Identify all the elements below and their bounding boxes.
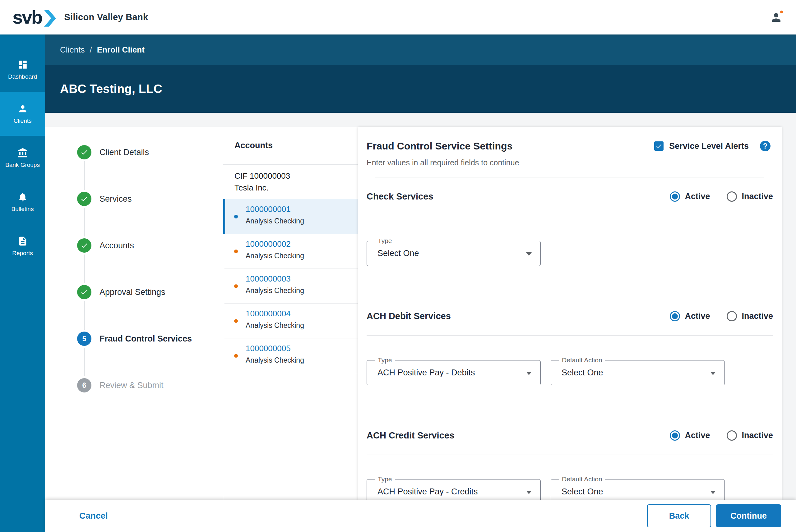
check-icon	[655, 142, 662, 150]
account-number-link[interactable]: 1000000004	[246, 309, 358, 319]
help-icon[interactable]: ?	[760, 141, 771, 151]
dashboard-icon	[17, 59, 28, 70]
cif-block: CIF 100000003 Tesla Inc.	[223, 165, 358, 199]
continue-button[interactable]: Continue	[716, 504, 781, 527]
ach-credit-active-radio[interactable]	[670, 431, 680, 441]
account-type: Analysis Checking	[246, 252, 358, 260]
step-fraud-control-services[interactable]: 5 Fraud Control Services	[45, 331, 223, 346]
ach-credit-inactive-radio[interactable]	[727, 431, 737, 441]
ach-debit-default-action-select[interactable]: Default Action Select One	[551, 360, 725, 385]
sidebar-item-reports[interactable]: Reports	[0, 224, 45, 268]
notification-dot	[779, 10, 783, 14]
check-services-type-select[interactable]: Type Select One	[367, 241, 541, 266]
action-bar: Cancel Back Continue	[45, 500, 796, 532]
step-services[interactable]: Services	[45, 192, 223, 206]
sidebar: Dashboard Clients Bank Groups Bulletins …	[0, 35, 45, 532]
ach-debit-active-radio[interactable]	[670, 311, 680, 321]
ach-credit-status-radio-group: Active Inactive	[670, 431, 773, 441]
page-banner: Clients / Enroll Client ABC Testing, LLC	[45, 35, 796, 113]
account-number-link[interactable]: 1000000002	[246, 239, 358, 249]
cif-client-name: Tesla Inc.	[235, 182, 347, 194]
cif-number: CIF 100000003	[235, 170, 347, 182]
account-type: Analysis Checking	[246, 217, 358, 225]
check-services-status-radio-group: Active Inactive	[670, 191, 773, 202]
service-level-alerts-checkbox[interactable]	[654, 141, 664, 151]
account-number-link[interactable]: 1000000001	[246, 205, 358, 214]
breadcrumb-clients-link[interactable]: Clients	[60, 45, 85, 55]
account-number-link[interactable]: 1000000003	[246, 274, 358, 284]
ach-credit-type-select[interactable]: Type ACH Positive Pay - Credits	[367, 479, 541, 500]
ach-credit-default-action-select[interactable]: Default Action Select One	[551, 479, 725, 500]
select-label: Type	[375, 237, 395, 245]
select-value: Select One	[367, 241, 540, 266]
top-header: svb Silicon Valley Bank	[0, 0, 796, 35]
account-list-item[interactable]: 1000000004 Analysis Checking	[223, 304, 358, 338]
account-list-item[interactable]: 1000000002 Analysis Checking	[223, 234, 358, 269]
step-connector	[84, 161, 85, 190]
breadcrumb-current: Enroll Client	[97, 45, 145, 55]
active-radio-label: Active	[685, 192, 710, 201]
select-label: Type	[375, 357, 395, 364]
sidebar-item-dashboard[interactable]: Dashboard	[0, 48, 45, 92]
sidebar-item-clients[interactable]: Clients	[0, 92, 45, 136]
profile-icon[interactable]	[769, 10, 783, 25]
account-list-item[interactable]: 1000000003 Analysis Checking	[223, 269, 358, 304]
dropdown-arrow-icon	[526, 491, 532, 494]
cancel-button[interactable]: Cancel	[79, 511, 108, 521]
step-number: 5	[82, 335, 87, 343]
back-button[interactable]: Back	[647, 504, 711, 527]
account-status-dot	[234, 249, 238, 253]
step-approval-settings[interactable]: Approval Settings	[45, 285, 223, 299]
account-status-dot	[234, 319, 238, 323]
step-complete-icon	[77, 285, 91, 299]
check-services-inactive-radio[interactable]	[727, 191, 737, 202]
step-label: Approval Settings	[99, 287, 165, 297]
step-label: Services	[99, 194, 132, 204]
stepper-panel: Client Details Services Accounts Approva…	[45, 127, 223, 500]
active-radio-label: Active	[685, 311, 710, 321]
dropdown-arrow-icon	[710, 372, 716, 375]
sidebar-item-bank-groups[interactable]: Bank Groups	[0, 136, 45, 180]
check-services-active-radio[interactable]	[670, 191, 680, 202]
sidebar-item-bulletins[interactable]: Bulletins	[0, 180, 45, 224]
select-value: Select One	[551, 360, 724, 385]
step-connector	[84, 348, 85, 376]
dropdown-arrow-icon	[526, 372, 532, 375]
page-title: ABC Testing, LLC	[60, 82, 162, 96]
step-label: Accounts	[99, 241, 134, 250]
form-subtitle: Enter values in all required fields to c…	[367, 158, 773, 167]
account-list-item[interactable]: 1000000001 Analysis Checking	[223, 199, 358, 234]
select-label: Type	[375, 475, 395, 483]
ach-debit-type-select[interactable]: Type ACH Positive Pay - Debits	[367, 360, 541, 385]
step-review-submit: 6 Review & Submit	[45, 378, 223, 393]
active-radio-label: Active	[685, 431, 710, 440]
bank-groups-icon	[17, 148, 28, 158]
account-status-dot	[234, 284, 238, 288]
account-type: Analysis Checking	[246, 356, 358, 364]
step-current-icon: 5	[77, 331, 91, 346]
breadcrumb-separator: /	[90, 45, 92, 55]
account-type: Analysis Checking	[246, 286, 358, 295]
account-status-dot	[234, 354, 238, 358]
step-client-details[interactable]: Client Details	[45, 145, 223, 159]
brand-name: Silicon Valley Bank	[64, 12, 148, 22]
step-connector	[84, 254, 85, 283]
step-label: Review & Submit	[99, 381, 164, 390]
sidebar-item-label: Bulletins	[12, 206, 34, 212]
select-label: Default Action	[559, 475, 605, 483]
svb-logo: svb	[13, 8, 56, 27]
service-level-alerts-label: Service Level Alerts	[669, 141, 749, 151]
step-number: 6	[82, 381, 87, 390]
breadcrumb: Clients / Enroll Client	[45, 35, 796, 65]
account-list-item[interactable]: 1000000005 Analysis Checking	[223, 338, 358, 373]
accounts-panel-title: Accounts	[223, 127, 358, 165]
select-value: ACH Positive Pay - Debits	[367, 360, 540, 385]
inactive-radio-label: Inactive	[742, 431, 773, 440]
step-accounts[interactable]: Accounts	[45, 238, 223, 253]
reports-icon	[17, 236, 28, 246]
ach-debit-inactive-radio[interactable]	[727, 311, 737, 321]
account-number-link[interactable]: 1000000005	[246, 344, 358, 353]
service-level-alerts-group: Service Level Alerts ?	[654, 141, 771, 151]
account-status-dot	[234, 215, 238, 218]
step-connector	[84, 301, 85, 330]
